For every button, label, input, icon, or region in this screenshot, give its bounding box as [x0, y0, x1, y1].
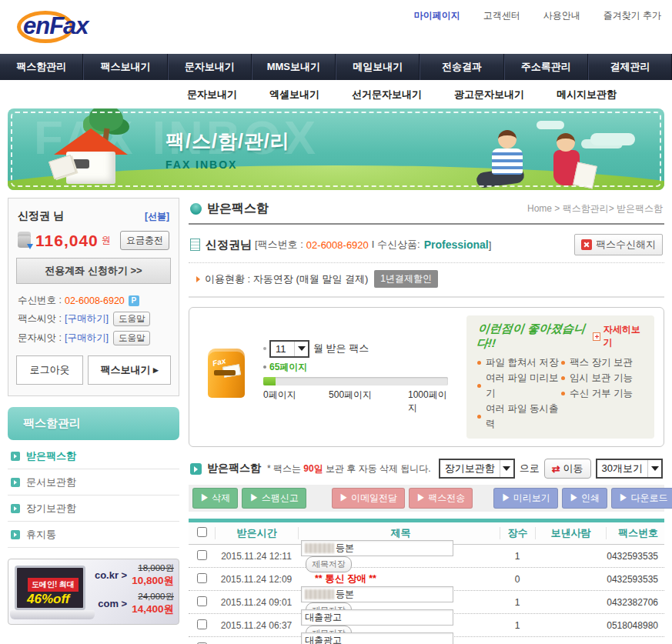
preview-button[interactable]: ▶ 미리보기 — [493, 488, 557, 509]
fax-seed-buy-link[interactable]: [구매하기] — [65, 312, 109, 325]
subnav-send-ad-sms[interactable]: 광고문자보내기 — [454, 88, 524, 102]
ad-line2: 46%off — [27, 592, 69, 607]
ad-cokr-new-price: 10,800원 — [132, 574, 174, 588]
link-add-favorite[interactable]: 즐겨찾기 추가 — [603, 9, 661, 22]
account-fax-number: 02-6008-6920 — [306, 239, 369, 251]
laptop-icon: 도메인! 최대 46%off — [15, 566, 85, 610]
title-input[interactable]: 등본 — [301, 586, 453, 602]
sidebar-item-trash[interactable]: 휴지통 — [8, 522, 179, 548]
move-arrows-icon: ⇄ — [552, 463, 560, 475]
logout-button[interactable]: 로그아웃 — [16, 355, 83, 385]
feature-item: 팩스 장기 보관 — [570, 355, 633, 370]
pages-progress-fill — [263, 377, 276, 385]
dedicated-account-button[interactable]: 전용계좌 신청하기 >> — [16, 258, 171, 284]
table-row: 2015.11.24 12:11 등본 제목저장 1 0432593535 — [189, 545, 664, 568]
prepaid-link[interactable]: [선불] — [145, 210, 169, 223]
sms-seed-label: 문자씨앗 : — [18, 332, 62, 345]
view-count-select[interactable]: 30개보기 — [596, 459, 663, 479]
move-target-select[interactable]: 장기보관함 — [439, 459, 515, 479]
enfax-logo[interactable]: enFax — [17, 11, 109, 45]
ad-line1: 도메인! 최대 — [28, 578, 79, 592]
user-info-box: 신정권 님 [선불] 116,040 원 요금충전 전용계좌 신청하기 >> 수… — [8, 198, 179, 396]
table-row: 2015.11.23 10:39 대출광고 제목저장 1 0269284236 — [189, 637, 664, 644]
delete-button[interactable]: ▶ 삭제 — [192, 488, 238, 509]
move-button[interactable]: ⇄ 이동 — [544, 459, 591, 479]
row-checkbox[interactable] — [197, 596, 207, 606]
month-label: 월 받은 팩스 — [313, 342, 369, 355]
row-checkbox[interactable] — [197, 573, 207, 583]
ad-com-old-price: 24,000원 — [132, 591, 174, 602]
account-bracket: ] — [489, 239, 492, 251]
feature-item: 여러 파일 미리보기 — [486, 370, 561, 401]
print-button[interactable]: ▶ 인쇄 — [562, 488, 607, 509]
nav-address-book[interactable]: 주소록관리 — [504, 54, 588, 80]
fax-unsubscribe-button[interactable]: 팩스수신해지 — [574, 234, 663, 255]
ad-prices: co.kr > 18,000원 10,800원 com > 24,000원 14… — [94, 562, 174, 619]
usage-row: 이용현황 : 자동연장 (매월 말일 결제) 1년결제할인 — [189, 263, 664, 298]
col-header-fax: 팩스번호 — [606, 527, 664, 539]
title-input[interactable]: 대출광고 — [301, 632, 453, 644]
arrow-right-icon — [196, 276, 200, 282]
select-all-checkbox[interactable] — [197, 527, 207, 537]
sms-seed-buy-link[interactable]: [구매하기] — [65, 332, 109, 345]
spam-report-button[interactable]: ▶ 스팸신고 — [242, 488, 306, 509]
banner-title: 팩/스/함/관/리 — [165, 128, 290, 154]
laptop-base — [10, 610, 95, 619]
nav-send-mms[interactable]: MMS보내기 — [252, 54, 336, 80]
send-fax-button[interactable]: 팩스보내기 ▸ — [88, 355, 171, 385]
title-input[interactable]: 등본 — [301, 540, 453, 556]
link-guide[interactable]: 사용안내 — [543, 9, 580, 22]
row-checkbox[interactable] — [197, 550, 207, 560]
fax-seed-help-button[interactable]: 도움말 — [113, 312, 151, 326]
yearly-discount-badge[interactable]: 1년결제할인 — [374, 270, 438, 288]
pages-progress-bar — [263, 377, 448, 385]
sidebar-item-longterm-box[interactable]: 장기보관함 — [8, 496, 179, 522]
subnav-send-excel[interactable]: 엑셀보내기 — [269, 88, 319, 102]
nav-fax-inbox[interactable]: 팩스함관리 — [0, 54, 83, 80]
bullet-icon — [561, 361, 565, 365]
account-bar: 신정권님 [팩스번호 : 02-6008-6920 I 수신상품: Profes… — [189, 225, 664, 263]
sms-seed-help-button[interactable]: 도움말 — [113, 331, 151, 345]
page-head: 받은팩스함 Home > 팩스함관리> 받은팩스함 — [189, 198, 664, 225]
improvements-promo-box: 이런점이 좋아졌습니다!! 자세히보기 파일 합쳐서 저장 여러 파일 미리보기… — [466, 315, 654, 439]
fax-inbox-banner: FAX INBOX 팩/스/함/관/리 FAX INBOX — [8, 108, 664, 190]
save-title-button[interactable]: 제목저장 — [306, 556, 352, 572]
page-title: 받은팩스함 — [207, 201, 269, 217]
col-header-time: 받은시간 — [215, 527, 298, 539]
chevron-down-icon — [298, 346, 306, 351]
promo-title: 이런점이 좋아졌습니다!! — [476, 322, 594, 351]
account-fax-label: [팩스번호 : — [255, 238, 303, 252]
download-button[interactable]: ▶ 다운로드 — [611, 488, 672, 509]
sub-nav: 문자보내기 엑셀보내기 선거문자보내기 광고문자보내기 메시지보관함 — [0, 80, 672, 108]
domain-ad-banner[interactable]: 도메인! 최대 46%off co.kr > 18,000원 10,800원 — [8, 559, 179, 625]
promo-detail-link[interactable]: 자세히보기 — [593, 323, 645, 349]
subnav-send-election-sms[interactable]: 선거문자보내기 — [352, 88, 422, 102]
monthly-stats-box: Fax 11 월 받은 팩스 65페이지 — [189, 307, 664, 447]
nav-send-result[interactable]: 전송결과 — [420, 54, 503, 80]
sidebar-item-received-fax[interactable]: 받은팩스함 — [8, 443, 179, 469]
charge-button[interactable]: 요금충전 — [120, 231, 169, 250]
p-badge-icon[interactable]: P — [129, 295, 139, 306]
bullet-icon — [477, 415, 481, 419]
email-forward-button[interactable]: ▶ 이메일전달 — [332, 488, 405, 509]
month-select[interactable]: 11 — [269, 340, 309, 358]
nav-send-sms[interactable]: 문자보내기 — [168, 54, 252, 80]
banner-subtitle: FAX INBOX — [165, 158, 290, 171]
subnav-send-sms[interactable]: 문자보내기 — [187, 88, 237, 102]
receive-number: 02-6008-6920 — [65, 295, 125, 306]
subnav-message-box[interactable]: 메시지보관함 — [557, 88, 617, 102]
link-mypage[interactable]: 마이페이지 — [414, 9, 460, 22]
fax-forward-button[interactable]: ▶ 팩스전송 — [409, 488, 473, 509]
row-checkbox[interactable] — [197, 619, 207, 629]
link-customer-center[interactable]: 고객센터 — [483, 9, 520, 22]
received-fax-table: 받은시간 제목 장수 보낸사람 팩스번호 2015.11.24 12:11 등본… — [189, 519, 664, 644]
nav-send-fax[interactable]: 팩스보내기 — [83, 54, 167, 80]
balance-currency: 원 — [102, 234, 111, 247]
arrow-bullet-icon — [11, 452, 20, 461]
balance-amount: 116,040 — [35, 232, 99, 250]
nav-payment[interactable]: 결제관리 — [588, 54, 672, 80]
nav-send-mail[interactable]: 메일보내기 — [336, 54, 420, 80]
sidebar-item-document-box[interactable]: 문서보관함 — [8, 469, 179, 496]
sidebar-menu-title[interactable]: 팩스함관리 — [8, 407, 179, 440]
title-input[interactable]: 대출광고 — [301, 609, 453, 626]
